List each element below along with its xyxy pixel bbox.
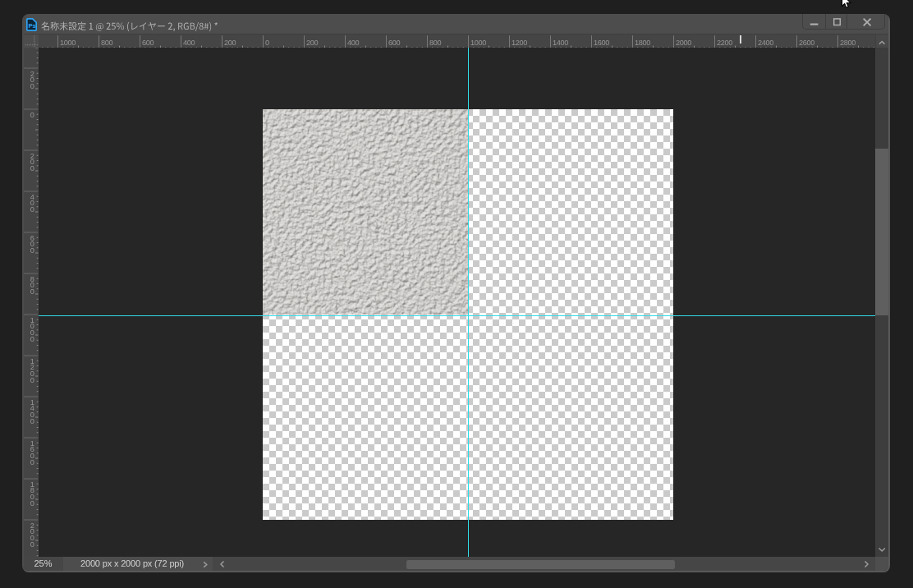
svg-text:0: 0 — [30, 499, 34, 508]
svg-text:Ps: Ps — [28, 21, 35, 29]
svg-text:0: 0 — [264, 39, 268, 47]
svg-text:0: 0 — [30, 111, 34, 119]
svg-text:800: 800 — [100, 39, 112, 47]
svg-text:200: 200 — [305, 39, 318, 47]
svg-text:1000: 1000 — [470, 39, 485, 47]
svg-text:1800: 1800 — [634, 39, 649, 47]
svg-text:0: 0 — [30, 417, 34, 425]
svg-text:0: 0 — [30, 287, 34, 296]
svg-text:0: 0 — [30, 246, 34, 255]
svg-text:2800: 2800 — [839, 39, 855, 47]
svg-text:200: 200 — [223, 39, 236, 47]
svg-text:0: 0 — [30, 458, 34, 466]
svg-text:0: 0 — [30, 540, 34, 549]
svg-text:2000: 2000 — [675, 39, 690, 47]
svg-text:0: 0 — [30, 376, 34, 384]
svg-text:1600: 1600 — [593, 39, 608, 47]
svg-text:0: 0 — [30, 205, 34, 214]
svg-text:0: 0 — [30, 335, 34, 343]
svg-text:1400: 1400 — [552, 39, 567, 47]
svg-text:600: 600 — [141, 39, 154, 47]
svg-text:1000: 1000 — [59, 39, 75, 47]
svg-text:1200: 1200 — [511, 39, 526, 47]
svg-text:400: 400 — [182, 39, 195, 47]
svg-text:2400: 2400 — [757, 39, 773, 47]
svg-text:0: 0 — [30, 82, 34, 90]
svg-text:2200: 2200 — [716, 39, 732, 47]
svg-text:2600: 2600 — [798, 39, 814, 47]
svg-text:600: 600 — [388, 39, 400, 47]
svg-text:400: 400 — [346, 39, 359, 47]
svg-text:800: 800 — [429, 39, 441, 47]
svg-text:0: 0 — [30, 164, 34, 172]
